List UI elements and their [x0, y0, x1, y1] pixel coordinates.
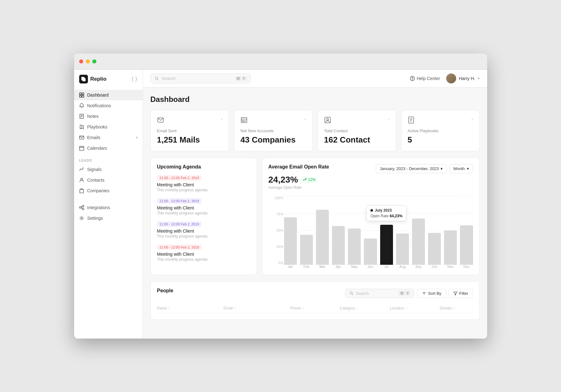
sidebar-item-dashboard[interactable]: Dashboard — [74, 90, 143, 100]
sidebar-item-calendars[interactable]: Calendars — [74, 143, 143, 153]
svg-point-26 — [412, 80, 412, 80]
bar[interactable] — [316, 210, 329, 265]
stat-arrow-button[interactable]: › — [304, 117, 306, 122]
stat-arrow-button[interactable]: › — [388, 117, 390, 122]
chart-header: Average Email Open Rate 24,23% 12% — [268, 164, 473, 195]
stat-card-header: › — [324, 117, 390, 125]
table-column-header[interactable]: Phone↕ — [290, 306, 340, 310]
sidebar-item-integrations[interactable]: Integrations — [74, 202, 143, 213]
bar-column[interactable]: July 2023 Open Rate 64,23% — [380, 225, 393, 265]
sidebar-item-contacts[interactable]: Contacts — [74, 175, 143, 185]
close-button[interactable] — [79, 59, 83, 63]
help-center-button[interactable]: Help Center — [410, 76, 440, 81]
sort-arrow-icon: ↕ — [234, 307, 236, 310]
table-column-header[interactable]: Location↕ — [390, 306, 440, 310]
bar-column[interactable] — [412, 219, 425, 265]
stats-row: › Email Sent 1,251 Mails — [150, 110, 480, 151]
agenda-title: Upcoming Agenda — [157, 164, 250, 170]
date-range-chevron-icon: ▾ — [441, 166, 443, 171]
sidebar-item-settings[interactable]: Settings — [74, 213, 143, 224]
bar[interactable] — [412, 219, 425, 265]
bar-column[interactable] — [460, 225, 473, 265]
bar[interactable] — [348, 229, 361, 265]
bar-column[interactable] — [444, 230, 457, 265]
bar[interactable] — [460, 225, 473, 265]
table-header: Name↕Email↕Phone↕Category↕Location↕Gende… — [157, 304, 473, 313]
x-axis-label: Feb — [300, 265, 313, 269]
filter-button[interactable]: Filter — [449, 289, 473, 298]
main-content: Search ⌘ F Help Center — [143, 70, 487, 339]
bar-column[interactable] — [396, 234, 409, 265]
bar[interactable] — [444, 230, 457, 265]
sidebar-item-notes[interactable]: Notes — [74, 111, 143, 122]
stat-card-header: › — [241, 117, 306, 125]
sort-icon — [422, 291, 426, 295]
chart-badge: 12% — [300, 177, 318, 183]
bar[interactable] — [380, 225, 393, 265]
bar-column[interactable] — [348, 229, 361, 265]
people-f-key: F — [405, 291, 410, 295]
minimize-button[interactable] — [86, 59, 90, 63]
table-column-header[interactable]: Category↕ — [340, 306, 390, 310]
maximize-button[interactable] — [92, 59, 96, 63]
sidebar-item-signals[interactable]: Signals — [74, 164, 143, 175]
svg-rect-0 — [79, 93, 81, 95]
people-search-box[interactable]: Search ⌘ F — [345, 289, 414, 298]
bar[interactable] — [284, 217, 297, 265]
chart-title: Average Email Open Rate — [268, 164, 329, 170]
filter-icon — [453, 291, 457, 295]
y-axis-label: 75% — [268, 212, 283, 216]
bar[interactable] — [364, 239, 377, 265]
agenda-meeting-desc: This monthly progress agenda — [157, 234, 250, 239]
people-search-shortcut: ⌘ F — [399, 291, 410, 296]
chart-sub-label: Average Open Rate — [268, 185, 329, 190]
search-icon — [155, 76, 159, 81]
stat-label: Net New Accounts — [241, 128, 306, 133]
sort-by-button[interactable]: Sort By — [417, 289, 446, 298]
granularity-selector[interactable]: Month ▾ — [449, 164, 473, 173]
avatar — [446, 73, 456, 83]
stat-arrow-button[interactable]: › — [221, 117, 222, 122]
bar[interactable] — [428, 233, 441, 265]
bar[interactable] — [396, 234, 409, 265]
svg-rect-9 — [79, 146, 84, 150]
sidebar-item-notifications[interactable]: Notifications — [74, 100, 143, 111]
bar-column[interactable] — [332, 226, 345, 265]
contact-stat-icon — [324, 117, 331, 125]
people-title: People — [157, 288, 173, 294]
bar[interactable] — [332, 226, 345, 265]
table-column-header[interactable]: Email↕ — [223, 306, 290, 310]
sidebar-item-companies[interactable]: Companies — [74, 185, 143, 196]
sidebar-item-emails[interactable]: Emails ▾ — [74, 132, 143, 143]
table-column-header[interactable]: Name↕ — [157, 306, 224, 310]
bar-column[interactable] — [428, 233, 441, 265]
date-range-selector[interactable]: January, 2023 - December, 2023 ▾ — [376, 164, 447, 173]
tooltip-dot — [370, 209, 373, 212]
chart-controls: January, 2023 - December, 2023 ▾ Month ▾ — [376, 164, 473, 173]
svg-rect-19 — [82, 208, 84, 210]
bar[interactable] — [300, 235, 313, 265]
user-info[interactable]: Harry H. ▾ — [446, 73, 479, 83]
bar-column[interactable] — [316, 210, 329, 265]
svg-rect-2 — [79, 95, 81, 97]
people-search-placeholder: Search — [356, 291, 396, 296]
bar-column[interactable] — [300, 235, 313, 265]
svg-rect-17 — [79, 207, 81, 208]
stat-card-email-sent: › Email Sent 1,251 Mails — [150, 110, 229, 151]
stat-card-header: › — [408, 117, 473, 125]
granularity-label: Month — [453, 166, 465, 171]
bar-column[interactable] — [364, 239, 377, 265]
stat-arrow-button[interactable]: › — [472, 117, 473, 122]
sidebar-item-label: Dashboard — [87, 93, 109, 98]
agenda-meeting-desc: This monthly progress agenda — [157, 188, 250, 192]
bar-column[interactable] — [284, 217, 297, 265]
table-column-header[interactable]: Gender↕ — [440, 306, 473, 310]
agenda-item: 11:00 - 12:00 Feb 2, 2019 Meeting with C… — [157, 175, 250, 192]
sort-arrow-icon: ↕ — [168, 307, 170, 310]
column-label: Email — [223, 306, 233, 310]
sidebar-toggle-button[interactable]: ⟨ ⟩ — [131, 76, 137, 83]
svg-point-22 — [81, 218, 82, 219]
search-box[interactable]: Search ⌘ F — [150, 73, 251, 83]
agenda-meeting-title: Meeting with Client — [157, 229, 250, 234]
sidebar-item-playbooks[interactable]: Playbooks — [74, 122, 143, 132]
